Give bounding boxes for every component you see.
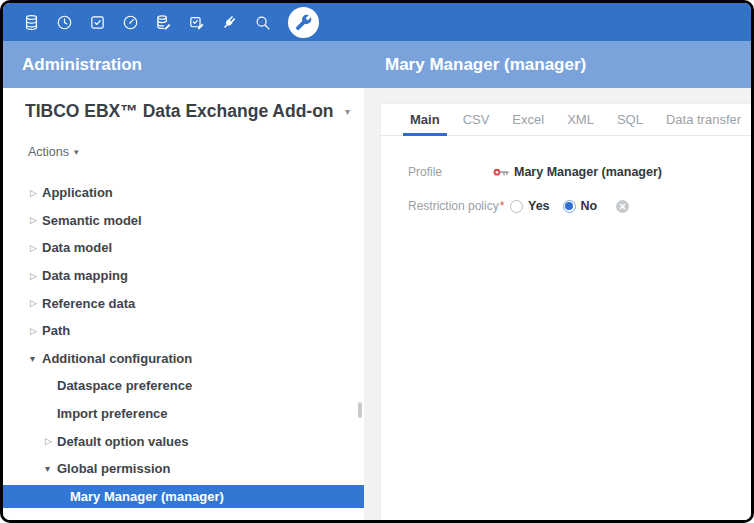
radio-option-yes[interactable]: Yes <box>510 199 550 213</box>
key-icon <box>493 167 509 178</box>
tab-bar: Main CSV Excel XML SQL Data transfer <box>381 104 751 136</box>
dashboard-icon[interactable] <box>122 14 139 31</box>
tree-item-global-permission[interactable]: ▾Global permission <box>3 455 364 483</box>
profile-value: Mary Manager (manager) <box>514 165 662 179</box>
right-pane-title: Mary Manager (manager) <box>364 55 586 75</box>
chevron-down-icon: ▾ <box>345 106 350 117</box>
chevron-down-icon[interactable]: ▾ <box>45 463 57 474</box>
clock-icon[interactable] <box>56 14 73 31</box>
tree-item-default-option-values[interactable]: ▷Default option values <box>3 427 364 455</box>
radio-option-no[interactable]: No <box>563 199 598 213</box>
left-pane-title: Administration <box>3 55 364 75</box>
chevron-right-icon[interactable]: ▷ <box>30 271 42 281</box>
plug-icon[interactable] <box>221 14 238 31</box>
data-model-edit-icon[interactable] <box>155 14 172 31</box>
tab-xml[interactable]: XML <box>560 104 601 135</box>
tree-item-data-model[interactable]: ▷Data model <box>3 234 364 262</box>
chevron-down-icon: ▾ <box>74 147 79 157</box>
clear-selection-button[interactable] <box>616 200 629 213</box>
chevron-right-icon[interactable]: ▷ <box>30 215 42 225</box>
sidebar: TIBCO EBX™ Data Exchange Add-on ▾ Action… <box>3 88 364 520</box>
profile-row: Profile Mary Manager (manager) <box>408 155 751 189</box>
tab-data-transfer[interactable]: Data transfer <box>659 104 748 135</box>
actions-menu-button[interactable]: Actions ▾ <box>28 145 364 159</box>
restriction-policy-label: Restriction policy* <box>408 199 493 213</box>
sidebar-title: TIBCO EBX™ Data Exchange Add-on <box>25 101 334 122</box>
sidebar-title-dropdown[interactable]: TIBCO EBX™ Data Exchange Add-on ▾ <box>25 101 350 122</box>
tree-item-application[interactable]: ▷Application <box>3 179 364 207</box>
record-form: Profile Mary Manager (manager) Restricti… <box>381 136 751 223</box>
main-pane: Main CSV Excel XML SQL Data transfer Pro… <box>364 88 751 520</box>
tree-item-data-mapping[interactable]: ▷Data mapping <box>3 262 364 290</box>
window-frame: Administration Mary Manager (manager) TI… <box>0 0 754 523</box>
wrench-icon <box>295 14 312 31</box>
restriction-policy-options: Yes No <box>493 199 629 213</box>
record-card: Main CSV Excel XML SQL Data transfer Pro… <box>381 104 751 520</box>
tree-item-import-preference[interactable]: Import preference <box>3 400 364 428</box>
tab-sql[interactable]: SQL <box>610 104 650 135</box>
radio-yes[interactable] <box>510 200 523 213</box>
tasks-icon[interactable] <box>89 14 106 31</box>
chevron-right-icon[interactable]: ▷ <box>30 298 42 308</box>
search-icon[interactable] <box>254 14 271 31</box>
chevron-down-icon[interactable]: ▾ <box>30 353 42 364</box>
workflow-edit-icon[interactable] <box>188 14 205 31</box>
tree-item-mary-manager[interactable]: Mary Manager (manager) <box>3 485 364 508</box>
chevron-right-icon[interactable]: ▷ <box>30 188 42 198</box>
chevron-right-icon[interactable]: ▷ <box>30 326 42 336</box>
database-icon[interactable] <box>23 14 40 31</box>
radio-no[interactable] <box>563 200 576 213</box>
tree-item-dataspace-preference[interactable]: Dataspace preference <box>3 372 364 400</box>
tab-csv[interactable]: CSV <box>456 104 497 135</box>
administration-button[interactable] <box>288 7 319 38</box>
tree-item-path[interactable]: ▷Path <box>3 317 364 345</box>
chevron-right-icon[interactable]: ▷ <box>30 243 42 253</box>
section-header: Administration Mary Manager (manager) <box>3 41 751 88</box>
tree-item-semantic-model[interactable]: ▷Semantic model <box>3 207 364 235</box>
tab-main[interactable]: Main <box>403 104 447 135</box>
profile-label: Profile <box>408 165 493 179</box>
navigation-tree: ▷Application ▷Semantic model ▷Data model… <box>3 179 364 508</box>
tree-item-additional-configuration[interactable]: ▾Additional configuration <box>3 345 364 373</box>
scrollbar-thumb[interactable] <box>358 402 362 418</box>
chevron-right-icon[interactable]: ▷ <box>45 436 57 446</box>
tree-item-reference-data[interactable]: ▷Reference data <box>3 289 364 317</box>
app: Administration Mary Manager (manager) TI… <box>3 3 751 520</box>
restriction-policy-row: Restriction policy* Yes No <box>408 189 751 223</box>
tab-excel[interactable]: Excel <box>505 104 551 135</box>
top-toolbar <box>3 3 751 41</box>
